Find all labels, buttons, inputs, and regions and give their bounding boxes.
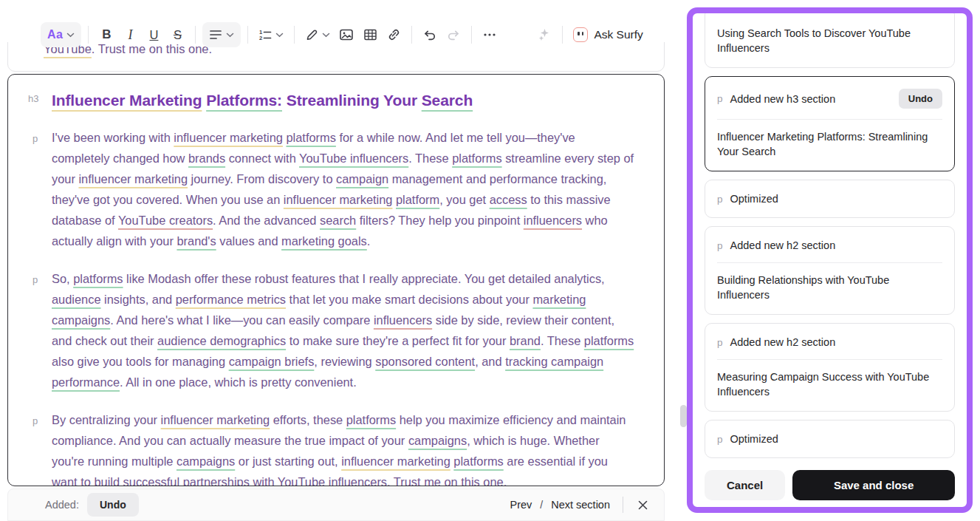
marked-term: campaigns: [408, 434, 467, 447]
text-segment: Streamlining Your: [282, 92, 422, 109]
highlight-pen-button[interactable]: [301, 22, 334, 47]
change-card[interactable]: pAdded new h2 sectionBuilding Relationsh…: [705, 226, 955, 315]
text-segment: . Trust me on this one.: [387, 475, 507, 486]
formatting-toolbar: Aa B I U S 12: [41, 21, 647, 49]
chevron-down-icon: [322, 33, 330, 38]
paragraph-block[interactable]: pBy centralizing your influencer marketi…: [52, 409, 634, 486]
ask-surfy-button[interactable]: Ask Surfy: [569, 22, 646, 47]
active-section-card[interactable]: h3 Influencer Marketing Platforms: Strea…: [7, 74, 665, 486]
marked-term: platforms: [346, 413, 396, 426]
strikethrough-button[interactable]: S: [166, 22, 188, 47]
text-segment: journey. From discovery to: [188, 172, 336, 185]
text-segment: . And here's what I like—you can easily …: [110, 313, 374, 327]
panel-resize-handle[interactable]: [680, 405, 687, 427]
change-title: Influencer Marketing Platforms: Streamli…: [717, 129, 942, 159]
text-segment: like Modash offer these robust features …: [123, 272, 605, 285]
close-review-button[interactable]: [635, 497, 651, 513]
change-card[interactable]: pOptimized: [705, 180, 955, 218]
text-segment: . All in one place, which is pretty conv…: [120, 375, 357, 389]
undo-change-button[interactable]: Undo: [899, 89, 942, 109]
undo-section-button[interactable]: Undo: [87, 493, 139, 517]
marked-term: influencer marketing: [174, 131, 283, 144]
text-segment: filters? They help you pinpoint: [356, 214, 524, 227]
marked-term: access: [490, 193, 527, 206]
text-segment: or just starting out,: [235, 454, 341, 468]
text-segment: connect with: [225, 151, 299, 165]
text-segment: , you get: [439, 193, 489, 206]
marked-term: brands: [188, 151, 225, 165]
insert-link-button[interactable]: [383, 22, 405, 47]
alignment-button[interactable]: [202, 22, 241, 47]
card-divider: [717, 119, 942, 120]
marked-term: influencers: [374, 313, 432, 327]
change-title: Measuring Campaign Success with YouTube …: [717, 370, 942, 399]
ai-sparkles-button[interactable]: [533, 22, 555, 47]
marked-term: marketing goals: [281, 234, 367, 248]
section-heading[interactable]: Influencer Marketing Platforms: Streamli…: [52, 90, 634, 110]
chevron-down-icon: [226, 33, 234, 38]
toolbar-divider: [411, 26, 412, 44]
text-style-label: Aa: [47, 28, 63, 41]
cancel-button[interactable]: Cancel: [705, 470, 785, 500]
change-tag-label: p: [717, 337, 723, 348]
next-section-button[interactable]: Next section: [550, 497, 611, 512]
marked-term: influencers: [524, 214, 582, 227]
paragraph-block[interactable]: pI've been working with influencer marke…: [52, 127, 634, 251]
bold-button[interactable]: B: [95, 22, 117, 47]
marked-term: YouTube influencers: [299, 151, 408, 165]
text-segment: that let you make smart decisions about …: [286, 293, 532, 306]
prev-section-button[interactable]: Prev: [509, 497, 532, 512]
change-card-header: pAdded new h2 section: [717, 239, 942, 252]
undo-button[interactable]: [419, 22, 441, 47]
image-icon: [339, 28, 354, 41]
footer-divider: [623, 497, 623, 513]
close-icon: [638, 500, 648, 510]
save-and-close-button[interactable]: Save and close: [792, 470, 955, 500]
toolbar-divider: [562, 26, 563, 44]
paragraph-tag-label: p: [32, 129, 38, 149]
redo-button[interactable]: [442, 22, 465, 47]
underline-button[interactable]: U: [143, 22, 165, 47]
undo-icon: [422, 28, 437, 41]
changes-list: Using Search Tools to Discover YouTube I…: [693, 13, 967, 507]
marked-term: campaign briefs: [229, 355, 315, 368]
change-card[interactable]: Using Search Tools to Discover YouTube I…: [705, 7, 955, 68]
more-options-button[interactable]: [479, 22, 501, 47]
change-action-label: Optimized: [730, 433, 778, 445]
list-button[interactable]: 12: [255, 22, 287, 47]
marked-term: sponsored content: [375, 355, 475, 368]
insert-table-button[interactable]: [359, 22, 381, 47]
marked-term: Influencer Marketing: [52, 92, 202, 109]
text-segment: I've been working with: [52, 131, 174, 144]
change-title: Using Search Tools to Discover YouTube I…: [717, 26, 942, 55]
change-tag-label: p: [717, 240, 723, 251]
change-card[interactable]: pAdded new h2 sectionMeasuring Campaign …: [705, 323, 955, 412]
ask-surfy-label: Ask Surfy: [594, 28, 643, 41]
toolbar-divider: [195, 26, 196, 44]
nav-separator: /: [540, 499, 543, 511]
insert-image-button[interactable]: [335, 22, 357, 47]
marked-term: influencer marketing: [161, 413, 270, 426]
redo-icon: [446, 28, 461, 41]
marked-term: influencer marketing: [341, 454, 450, 468]
toolbar-divider: [471, 26, 472, 44]
text-style-button[interactable]: Aa: [41, 22, 81, 47]
change-card[interactable]: pOptimized: [705, 420, 955, 458]
marked-term: influencer marketing: [78, 172, 188, 185]
change-action-label: Added new h3 section: [730, 93, 836, 105]
table-icon: [363, 28, 377, 41]
added-label: Added:: [45, 499, 79, 511]
italic-button[interactable]: I: [119, 22, 141, 47]
pen-icon: [305, 28, 318, 41]
marked-term: YouTube creators: [118, 214, 213, 227]
text-segment: By centralizing your: [52, 413, 161, 426]
change-card[interactable]: pAdded new h3 sectionUndoInfluencer Mark…: [705, 76, 955, 171]
section-paragraphs: pI've been working with influencer marke…: [52, 127, 634, 486]
change-title: Building Relationships with YouTube Infl…: [717, 273, 942, 302]
heading-block: h3 Influencer Marketing Platforms: Strea…: [52, 90, 634, 110]
text-segment: insights, and: [101, 293, 176, 306]
sparkles-icon: [537, 27, 552, 42]
paragraph-block[interactable]: pSo, platforms like Modash offer these r…: [52, 268, 634, 392]
text-segment: to make sure they're a perfect fit for y…: [286, 334, 510, 347]
marked-term: YouTube influencers: [278, 475, 387, 486]
